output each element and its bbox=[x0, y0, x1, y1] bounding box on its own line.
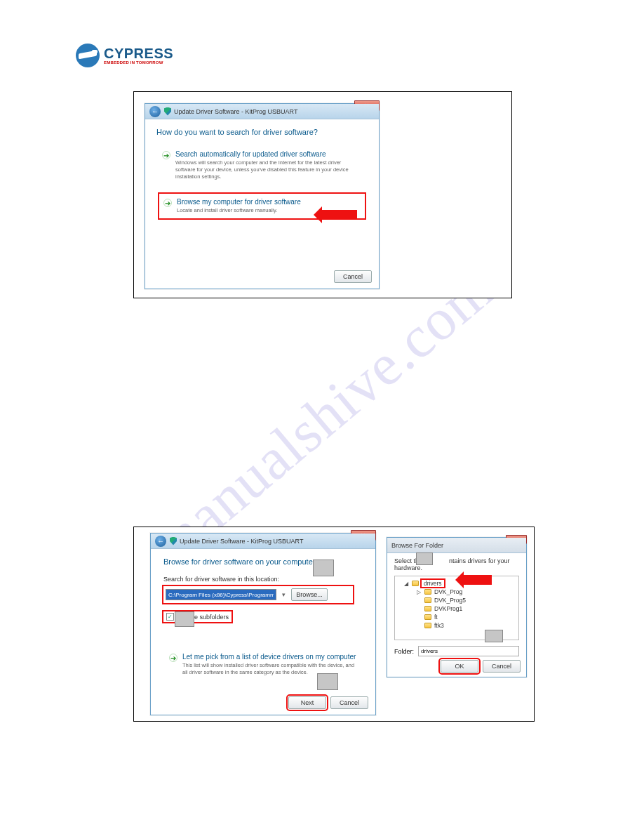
dialog-title: Update Driver Software - KitProg USBUART bbox=[180, 538, 303, 545]
tree-node[interactable]: DVK_Prog5 bbox=[434, 597, 466, 604]
logo-icon bbox=[76, 44, 100, 67]
callout-arrow bbox=[322, 210, 357, 220]
option-search-auto[interactable]: ➔ Search automatically for updated drive… bbox=[158, 146, 366, 184]
option-title: Let me pick from a list of device driver… bbox=[182, 653, 357, 661]
dropdown-icon[interactable]: ▾ bbox=[282, 591, 286, 598]
prompt-text: Select the fontains drivers for your har… bbox=[387, 553, 526, 573]
folder-icon bbox=[424, 589, 431, 595]
option-title: Browse my computer for driver software bbox=[177, 198, 301, 206]
next-button[interactable]: Next bbox=[288, 696, 326, 709]
redaction-box bbox=[175, 611, 194, 627]
arrow-icon: ➔ bbox=[169, 654, 177, 662]
titlebar: ← Update Driver Software - KitProg USBUA… bbox=[151, 534, 375, 549]
update-driver-dialog-1: ✕ ← Update Driver Software - KitProg USB… bbox=[145, 103, 380, 289]
browse-button[interactable]: Browse... bbox=[291, 588, 328, 601]
callout-arrow bbox=[464, 575, 492, 585]
option-title: Search automatically for updated driver … bbox=[175, 150, 362, 158]
brand-logo: CYPRESS EMBEDDED IN TOMORROW bbox=[76, 44, 173, 67]
arrow-icon: ➔ bbox=[163, 199, 172, 207]
cancel-button[interactable]: Cancel bbox=[483, 660, 521, 673]
folder-icon bbox=[424, 623, 431, 628]
cancel-button[interactable]: Cancel bbox=[330, 696, 368, 709]
figure-1-frame: ✕ ← Update Driver Software - KitProg USB… bbox=[133, 91, 512, 298]
redaction-box bbox=[485, 630, 503, 642]
dialog-heading: How do you want to search for driver sof… bbox=[156, 128, 368, 136]
include-subfolders-checkbox[interactable]: ✓ Include subfolders bbox=[163, 611, 232, 622]
titlebar: ← Update Driver Software - KitProg USBUA… bbox=[145, 104, 379, 119]
location-label: Search for driver software in this locat… bbox=[163, 576, 363, 583]
tree-node[interactable]: ftk3 bbox=[434, 622, 444, 629]
expand-icon[interactable]: ▷ bbox=[416, 589, 422, 595]
titlebar: Browse For Folder bbox=[387, 538, 526, 553]
brand-name: CYPRESS bbox=[104, 46, 173, 60]
checkbox-icon: ✓ bbox=[166, 613, 174, 621]
tree-node-drivers[interactable]: drivers bbox=[422, 580, 444, 587]
folder-icon bbox=[424, 606, 431, 611]
dialog-title: Browse For Folder bbox=[391, 542, 443, 549]
folder-name-input[interactable] bbox=[418, 646, 519, 656]
folder-icon bbox=[424, 614, 431, 620]
arrow-icon: ➔ bbox=[162, 151, 170, 159]
shield-icon bbox=[164, 107, 171, 116]
dialog-title: Update Driver Software - KitProg USBUART bbox=[174, 108, 297, 115]
tree-node[interactable]: DVK_Prog bbox=[434, 588, 462, 595]
button-row: Next Cancel bbox=[288, 696, 368, 709]
shield-icon bbox=[170, 537, 177, 545]
browse-for-folder-dialog: ✕ Browse For Folder Select the fontains … bbox=[387, 537, 527, 677]
redaction-box bbox=[416, 552, 433, 565]
folder-icon bbox=[412, 581, 419, 586]
path-input[interactable] bbox=[166, 589, 276, 600]
expand-icon[interactable]: ◢ bbox=[403, 581, 409, 587]
brand-tagline: EMBEDDED IN TOMORROW bbox=[104, 60, 173, 65]
tree-node[interactable]: ft bbox=[434, 614, 438, 621]
folder-icon bbox=[424, 597, 431, 603]
redaction-box bbox=[313, 560, 334, 576]
option-description: Windows will search your computer and th… bbox=[175, 159, 362, 180]
back-icon[interactable]: ← bbox=[155, 536, 166, 547]
redaction-box bbox=[317, 673, 338, 690]
figure-2-frame: ✕ ← Update Driver Software - KitProg USB… bbox=[133, 527, 535, 722]
ok-button[interactable]: OK bbox=[441, 660, 478, 673]
tree-node[interactable]: DVKProg1 bbox=[434, 605, 462, 612]
folder-label: Folder: bbox=[394, 648, 414, 655]
option-description: Locate and install driver software manua… bbox=[177, 207, 301, 214]
cancel-button[interactable]: Cancel bbox=[334, 270, 372, 283]
back-icon[interactable]: ← bbox=[149, 106, 161, 117]
